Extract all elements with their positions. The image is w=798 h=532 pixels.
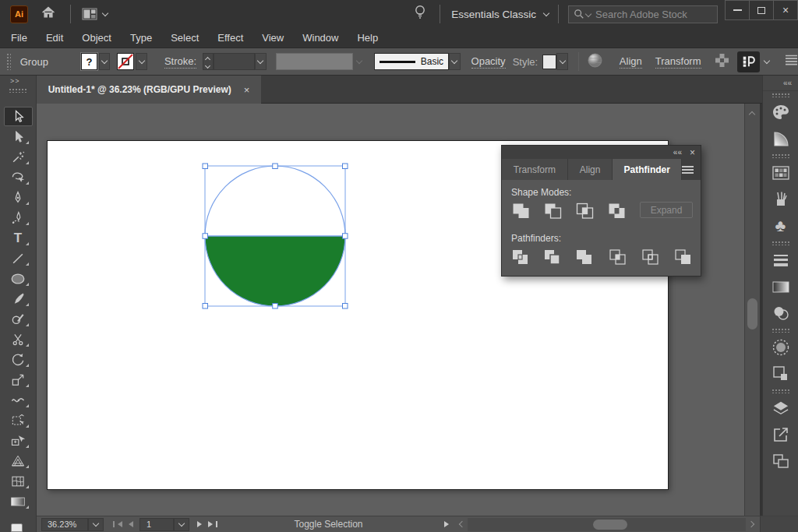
fill-color-dropdown[interactable] xyxy=(99,53,110,70)
vertical-scroll-thumb[interactable] xyxy=(747,298,757,329)
menu-window[interactable]: Window xyxy=(302,32,338,44)
tool-paintbrush[interactable] xyxy=(0,289,36,309)
gradient-panel-icon[interactable] xyxy=(763,273,798,300)
stroke-width-dropdown[interactable] xyxy=(255,53,266,70)
maximize-button[interactable] xyxy=(749,0,774,20)
selected-shape[interactable] xyxy=(197,158,353,314)
last-artboard-button[interactable] xyxy=(208,521,217,527)
menu-effect[interactable]: Effect xyxy=(217,32,243,44)
tool-gradient[interactable] xyxy=(0,491,36,512)
stroke-color-swatch[interactable] xyxy=(117,53,134,70)
shape-mode-exclude-button[interactable] xyxy=(607,202,626,219)
menu-edit[interactable]: Edit xyxy=(46,32,63,44)
expand-dock-button[interactable]: >> xyxy=(10,77,20,85)
horizontal-scrollbar[interactable] xyxy=(468,518,746,531)
symbols-panel-icon[interactable]: ♣ xyxy=(763,213,798,239)
dock-grip[interactable] xyxy=(772,241,790,245)
tool-curvature[interactable] xyxy=(0,208,36,228)
tab-transform[interactable]: Transform xyxy=(502,159,568,180)
tool-magic-wand[interactable] xyxy=(0,147,36,167)
adobe-stock-search[interactable] xyxy=(568,5,718,23)
scroll-right-icon[interactable] xyxy=(748,521,754,527)
swatches-panel-icon[interactable] xyxy=(763,160,798,186)
fill-stroke-wells-partial[interactable] xyxy=(11,523,23,532)
artboard-number[interactable]: 1 xyxy=(139,518,174,531)
tab-close-icon[interactable]: × xyxy=(244,84,250,96)
arrange-documents-icon[interactable] xyxy=(82,8,108,20)
brushes-panel-icon[interactable] xyxy=(763,186,798,213)
style-swatch[interactable] xyxy=(542,55,556,69)
tool-mesh[interactable] xyxy=(0,471,36,491)
dock-grip[interactable] xyxy=(772,153,790,158)
asset-export-panel-icon[interactable] xyxy=(763,421,798,448)
pathfinder-crop-button[interactable] xyxy=(609,248,627,266)
stroke-width-value[interactable] xyxy=(214,53,256,70)
color-guide-panel-icon[interactable] xyxy=(763,125,798,152)
close-button[interactable]: × xyxy=(773,0,798,20)
tool-scale[interactable] xyxy=(0,370,36,390)
dock-grip[interactable] xyxy=(772,93,790,97)
tab-align[interactable]: Align xyxy=(568,159,613,180)
tool-perspective-grid[interactable] xyxy=(0,451,36,471)
panel-menu-button[interactable] xyxy=(682,159,701,180)
vertical-scrollbar[interactable] xyxy=(744,104,760,516)
artboard-dropdown[interactable] xyxy=(174,518,189,531)
stroke-color-dropdown[interactable] xyxy=(136,53,147,70)
workspace-switcher[interactable]: Essentials Classic xyxy=(451,9,536,20)
previous-artboard-button[interactable] xyxy=(129,521,133,527)
menu-file[interactable]: File xyxy=(11,32,27,44)
color-panel-icon[interactable] xyxy=(763,99,798,125)
tool-scissors[interactable] xyxy=(0,329,36,350)
arrange-grid-icon[interactable] xyxy=(715,54,729,70)
document-setup-icon[interactable] xyxy=(588,53,602,71)
zoom-level[interactable]: 36.23% xyxy=(41,518,88,531)
panel-dock-toggle-active[interactable] xyxy=(737,51,761,72)
dock-grip[interactable] xyxy=(772,389,790,393)
tool-free-transform[interactable] xyxy=(0,410,36,431)
stroke-width-stepper[interactable] xyxy=(203,53,213,70)
pathfinder-trim-button[interactable] xyxy=(543,248,562,266)
panel-collapse-icon[interactable]: «« xyxy=(673,148,682,157)
menu-help[interactable]: Help xyxy=(357,32,378,44)
pathfinder-minus-back-button[interactable] xyxy=(674,248,693,266)
tool-shaper[interactable] xyxy=(0,309,36,329)
shape-mode-minus-front-button[interactable] xyxy=(543,202,562,219)
pathfinder-outline-button[interactable] xyxy=(641,248,660,266)
tool-ellipse[interactable] xyxy=(0,269,36,289)
document-tab[interactable]: Untitled-1* @ 36.23% (RGB/GPU Preview) × xyxy=(37,76,261,104)
appearance-panel-icon[interactable] xyxy=(763,334,798,361)
scroll-left-icon[interactable] xyxy=(459,521,465,527)
artboards-panel-icon[interactable] xyxy=(763,448,798,474)
status-menu-arrow[interactable] xyxy=(444,521,449,527)
scroll-up-icon[interactable] xyxy=(749,111,755,118)
chevron-down-icon[interactable] xyxy=(764,57,770,63)
graphic-styles-panel-icon[interactable] xyxy=(763,361,798,387)
fill-color-swatch[interactable]: ? xyxy=(81,53,97,70)
circle-top-half[interactable] xyxy=(205,166,345,236)
collapse-dock-button[interactable]: «« xyxy=(763,76,798,91)
menu-view[interactable]: View xyxy=(262,32,284,44)
tool-shape-builder[interactable] xyxy=(0,431,36,451)
stroke-panel-link[interactable]: Stroke: xyxy=(164,55,196,69)
pathfinder-merge-button[interactable] xyxy=(575,248,594,266)
horizontal-scroll-thumb[interactable] xyxy=(593,520,627,530)
align-link[interactable]: Align xyxy=(620,55,642,69)
opacity-link[interactable]: Opacity xyxy=(471,55,506,69)
dock-grip[interactable] xyxy=(772,328,790,333)
tool-width[interactable] xyxy=(0,390,36,410)
tool-type[interactable]: T xyxy=(0,228,36,248)
lightbulb-icon[interactable] xyxy=(413,4,427,24)
tool-pen[interactable] xyxy=(0,188,36,208)
minimize-button[interactable] xyxy=(725,0,750,20)
brush-definition[interactable]: Basic xyxy=(374,53,449,70)
tool-rotate[interactable] xyxy=(0,350,36,370)
control-menu-icon[interactable] xyxy=(785,55,798,69)
circle-bottom-half-green[interactable] xyxy=(205,236,345,306)
zoom-dropdown[interactable] xyxy=(88,518,104,531)
chevron-down-icon[interactable] xyxy=(543,9,549,16)
pathfinder-divide-button[interactable] xyxy=(511,248,530,266)
dock-grip[interactable] xyxy=(9,88,27,93)
tool-selection[interactable] xyxy=(0,107,36,127)
menu-select[interactable]: Select xyxy=(171,32,199,44)
menu-type[interactable]: Type xyxy=(130,32,152,44)
